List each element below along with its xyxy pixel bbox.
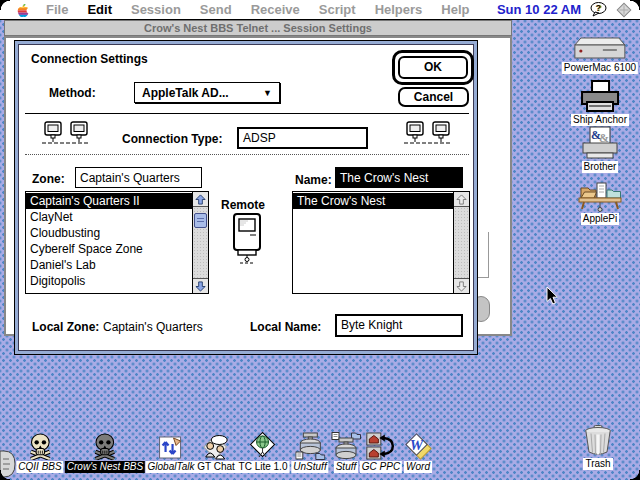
desktop-item-powermac[interactable]: PowerMac 6100 <box>562 36 638 74</box>
svg-text:?: ? <box>596 3 602 13</box>
connection-settings-dialog: Connection Settings OK Cancel Method: Ap… <box>14 40 478 355</box>
local-name-label: Local Name: <box>250 320 321 334</box>
stuff-vise-icon <box>331 432 361 460</box>
menu-clock[interactable]: Sun 10 22 AM <box>497 2 581 17</box>
screen-corner <box>630 470 640 480</box>
dock-item-label: TC Lite 1.0 <box>237 461 290 473</box>
word-w-icon: W <box>404 432 432 460</box>
cancel-button[interactable]: Cancel <box>398 87 469 107</box>
desktop-item-label: PowerMac 6100 <box>562 62 638 74</box>
scroll-up-icon[interactable] <box>193 192 208 207</box>
zone-list-item[interactable]: Cyberelf Space Zone <box>26 241 192 257</box>
dock-item-unstuff[interactable]: UnStuff <box>291 424 328 473</box>
dock-item-label: Stuff <box>334 461 359 473</box>
trash-icon <box>581 424 615 457</box>
dialog-heading: Connection Settings <box>31 52 148 66</box>
connection-type-field[interactable]: ADSP <box>237 127 368 149</box>
scroll-down-icon[interactable] <box>193 278 208 293</box>
dock-item-label: GlobalTalk <box>146 461 197 473</box>
trash-label: Trash <box>583 458 612 470</box>
network-macs-icon <box>403 121 453 148</box>
computer-icon <box>573 36 627 61</box>
menu-edit[interactable]: Edit <box>87 2 112 17</box>
svg-text:W: W <box>410 437 425 453</box>
menu-script[interactable]: Script <box>319 2 356 17</box>
divider-solid <box>25 113 469 114</box>
window-title-bar[interactable]: Crow's Nest BBS Telnet ... Session Setti… <box>4 20 512 36</box>
remote-name-list: The Crow's Nest <box>292 191 470 294</box>
chevron-down-icon: ▼ <box>263 88 272 98</box>
ok-button[interactable]: OK <box>398 56 468 79</box>
trash[interactable]: Trash <box>581 424 615 470</box>
menu-session[interactable]: Session <box>131 2 181 17</box>
desktop-item-ship-anchor[interactable]: Ship Anchor <box>571 80 629 126</box>
zone-list-item[interactable]: Cloudbusting <box>26 225 192 241</box>
screen-corner <box>0 470 10 480</box>
screen-corner <box>630 0 640 10</box>
apple-menu-icon[interactable] <box>16 2 30 18</box>
zone-list-item[interactable]: ClayNet <box>26 209 192 225</box>
zone-scrollbar[interactable] <box>192 192 208 293</box>
dock-item-label: Word <box>404 461 432 473</box>
desktop: File Edit Session Send Receive Script He… <box>0 0 640 480</box>
zone-list: Captain's Quarters II ClayNet Cloudbusti… <box>25 191 209 294</box>
remote-list-item[interactable]: The Crow's Nest <box>293 193 453 209</box>
menu-receive[interactable]: Receive <box>251 2 300 17</box>
remote-mac-icon <box>231 213 263 265</box>
desktop-item-label: ApplePi <box>581 213 619 225</box>
zone-value-box: Captain's Quarters <box>75 167 202 188</box>
menu-send[interactable]: Send <box>200 2 232 17</box>
local-zone-label: Local Zone: <box>32 320 99 334</box>
name-field[interactable]: The Crow's Nest <box>335 167 463 188</box>
menu-file[interactable]: File <box>46 2 68 17</box>
dock-item-word[interactable]: W Word <box>404 424 432 473</box>
dock-item-crows-nest-bbs[interactable]: Crow's Nest BBS <box>65 424 145 473</box>
connection-type-label: Connection Type: <box>122 132 222 146</box>
background-groupbox-edge <box>478 232 489 278</box>
chat-people-icon <box>202 435 229 460</box>
zone-list-item[interactable]: Digitopolis <box>26 273 192 289</box>
remote-scrollbar[interactable] <box>453 192 469 293</box>
zone-scroll-thumb[interactable] <box>194 213 207 228</box>
remote-list-rows: The Crow's Nest <box>293 192 453 293</box>
desktop-item-label: Brother <box>582 161 619 173</box>
mouse-cursor <box>546 286 559 305</box>
arrows-hand-icon <box>159 435 183 460</box>
unstuff-vise-icon <box>295 432 325 460</box>
dock-item-label: UnStuff <box>291 461 328 473</box>
printer-document-icon: & & <box>581 126 619 160</box>
local-name-field[interactable]: Byte Knight <box>335 314 463 337</box>
skull-dark-icon <box>92 433 118 460</box>
dock-item-tc-lite[interactable]: TC Lite 1.0 <box>237 424 290 473</box>
printer-icon <box>580 80 620 113</box>
network-macs-icon <box>41 121 91 148</box>
dock-item-gc-ppc[interactable]: GC PPC <box>360 424 402 473</box>
remote-scroll-track[interactable] <box>454 207 469 278</box>
dock-item-stuff[interactable]: Stuff <box>331 424 361 473</box>
scroll-down-icon[interactable] <box>454 278 469 293</box>
skull-light-icon <box>27 433 53 460</box>
globe-diamond-icon <box>248 431 278 460</box>
remote-label: Remote <box>221 198 265 212</box>
method-popup[interactable]: AppleTalk AD... ▼ <box>134 82 280 103</box>
file-server-icon <box>577 176 623 212</box>
dock-item-label: Crow's Nest BBS <box>65 461 145 473</box>
window-title: Crow's Nest BBS Telnet ... Session Setti… <box>144 22 372 34</box>
local-zone-value: Captain's Quarters <box>103 320 203 334</box>
desktop-item-label: Ship Anchor <box>571 114 629 126</box>
zone-scroll-track[interactable] <box>193 207 208 278</box>
dock-item-gt-chat[interactable]: GT Chat <box>195 424 237 473</box>
zone-list-item[interactable]: Captain's Quarters II <box>26 193 192 209</box>
desktop-item-applepi[interactable]: ApplePi <box>577 176 623 225</box>
dock-item-label: GT Chat <box>195 461 237 473</box>
menu-help[interactable]: Help <box>441 2 469 17</box>
scroll-up-icon[interactable] <box>454 192 469 207</box>
desktop-item-brother[interactable]: & & Brother <box>581 126 619 173</box>
zone-list-item[interactable]: Daniel's Lab <box>26 257 192 273</box>
divider-dotted <box>25 154 469 155</box>
menu-helpers[interactable]: Helpers <box>375 2 423 17</box>
name-label: Name: <box>295 173 332 187</box>
dock-item-globaltalk[interactable]: GlobalTalk <box>146 424 197 473</box>
dock-item-cqii-bbs[interactable]: CQII BBS <box>16 424 63 473</box>
balloon-help-icon[interactable]: ? ? <box>590 2 607 17</box>
